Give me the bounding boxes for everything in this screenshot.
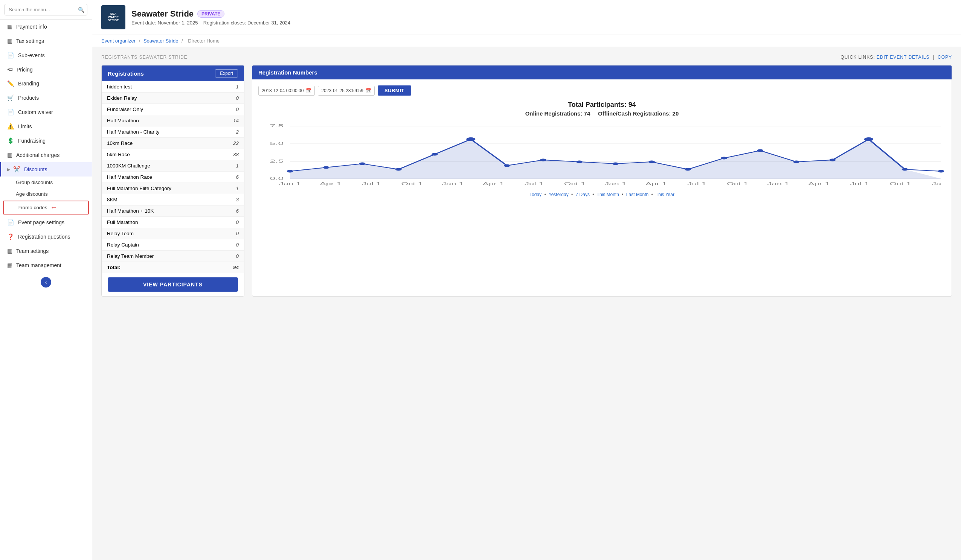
submit-button[interactable]: SUBMIT <box>378 85 411 96</box>
calendar-to-icon[interactable]: 📅 <box>366 88 371 93</box>
sidebar-label-custom-waiver: Custom waiver <box>18 109 53 115</box>
edit-event-details-link[interactable]: Edit Event Details <box>877 55 930 60</box>
online-label: Online Registrations: <box>525 110 583 117</box>
breadcrumb-director-home: Director Home <box>188 38 220 44</box>
sidebar-sub-promo-codes[interactable]: Promo codes ← <box>3 201 89 215</box>
sidebar-sub-age-discounts[interactable]: Age discounts <box>0 188 92 200</box>
svg-text:Jul 1: Jul 1 <box>687 182 706 186</box>
reg-name: Full Marathon Elite Category <box>102 183 219 194</box>
online-value: 74 <box>584 110 590 117</box>
reg-count: 22 <box>219 138 244 149</box>
sidebar-label-pricing: Pricing <box>16 67 33 73</box>
filter-yesterday[interactable]: Yesterday <box>549 192 569 197</box>
reg-name: 8KM <box>102 194 219 205</box>
date-to-input[interactable]: 2023-01-25 23:59:59 📅 <box>318 86 374 96</box>
svg-point-16 <box>540 159 546 162</box>
main-content: SEAWATERSTRIDE Seawater Stride PRIVATE E… <box>92 0 961 560</box>
sidebar-item-registration-questions[interactable]: ❓ Registration questions <box>0 229 92 244</box>
breadcrumb-sep1: / <box>139 38 141 44</box>
sidebar-item-limits[interactable]: ⚠️ Limits <box>0 119 92 133</box>
additional-charges-icon: ▦ <box>7 152 13 159</box>
calendar-from-icon[interactable]: 📅 <box>306 88 312 93</box>
sidebar-item-pricing[interactable]: 🏷 Pricing <box>0 63 92 76</box>
sidebar-sub-group-discounts[interactable]: Group discounts <box>0 177 92 188</box>
breadcrumb-event-organizer[interactable]: Event organizer <box>101 38 135 44</box>
reg-name: Half Marathon <box>102 115 219 127</box>
sub-events-icon: 📄 <box>7 52 14 59</box>
promo-codes-label: Promo codes <box>17 205 47 210</box>
export-button[interactable]: Export <box>215 69 238 77</box>
sidebar-label-branding: Branding <box>18 80 39 87</box>
svg-text:5.0: 5.0 <box>270 141 284 146</box>
sidebar-item-team-management[interactable]: ▦ Team management <box>0 258 92 274</box>
sidebar-collapse-button[interactable]: ‹ <box>41 277 51 287</box>
filter-this-year[interactable]: This Year <box>656 192 675 197</box>
svg-text:Oct 1: Oct 1 <box>402 182 423 186</box>
reg-name: Relay Captain <box>102 239 219 250</box>
waiver-icon: 📄 <box>7 109 14 116</box>
sidebar-item-tax-settings[interactable]: ▦ Tax settings <box>0 34 92 48</box>
svg-text:Apr 1: Apr 1 <box>646 182 667 186</box>
filter-7days[interactable]: 7 Days <box>576 192 590 197</box>
reg-name: Half Marathon - Charity <box>102 127 219 138</box>
breadcrumb-seawater-stride[interactable]: Seawater Stride <box>143 38 178 44</box>
table-row: 8KM3 <box>102 194 244 205</box>
sidebar-item-custom-waiver[interactable]: 📄 Custom waiver <box>0 105 92 119</box>
event-name: Seawater Stride <box>132 9 194 19</box>
two-col-layout: Registrations Export hidden test1Ekiden … <box>101 65 952 297</box>
filter-last-month[interactable]: Last Month <box>626 192 648 197</box>
sidebar-item-sub-events[interactable]: 📄 Sub-events <box>0 48 92 63</box>
sidebar-label-additional-charges: Additional charges <box>16 152 59 158</box>
registrations-table: hidden test1Ekiden Relay0Fundraiser Only… <box>102 81 244 273</box>
sidebar-item-team-settings[interactable]: ▦ Team settings <box>0 244 92 258</box>
registration-numbers-body: 2018-12-04 00:00:00 📅 2023-01-25 23:59:5… <box>252 79 951 203</box>
chart-svg: 7.5 5.0 2.5 0.0 <box>258 120 946 188</box>
date-controls: 2018-12-04 00:00:00 📅 2023-01-25 23:59:5… <box>258 85 946 96</box>
svg-point-17 <box>576 161 583 163</box>
total-participants: Total Participants: 94 <box>258 101 946 109</box>
search-box[interactable]: 🔍 <box>0 0 92 19</box>
reg-count: 0 <box>219 93 244 104</box>
registration-numbers-header: Registration Numbers <box>252 66 951 79</box>
section-label: REGISTRANTS SEAWATER STRIDE QUICK LINKS:… <box>101 55 952 60</box>
payment-icon: ▦ <box>7 23 13 30</box>
filter-today[interactable]: Today <box>529 192 542 197</box>
tax-icon: ▦ <box>7 38 13 44</box>
sidebar-item-additional-charges[interactable]: ▦ Additional charges <box>0 148 92 162</box>
svg-text:Jan 1: Jan 1 <box>767 182 789 186</box>
svg-text:Jul 1: Jul 1 <box>362 182 381 186</box>
reg-count: 0 <box>219 104 244 115</box>
table-row: Fundraiser Only0 <box>102 104 244 115</box>
sidebar-item-payment-info[interactable]: ▦ Payment info <box>0 19 92 34</box>
filter-this-month[interactable]: This Month <box>597 192 619 197</box>
team-management-icon: ▦ <box>7 262 13 269</box>
reg-count: 1 <box>219 183 244 194</box>
search-input[interactable] <box>5 4 87 15</box>
sidebar-item-discounts[interactable]: ▶ ✂️ Discounts <box>0 162 92 177</box>
sep3: • <box>592 192 594 197</box>
event-meta: Event date: November 1, 2025 Registratio… <box>132 20 290 26</box>
copy-link[interactable]: Copy <box>938 55 952 60</box>
registrations-header-label: Registrations <box>108 71 144 77</box>
chart-container: 7.5 5.0 2.5 0.0 <box>258 120 946 188</box>
event-page-icon: 📄 <box>7 219 14 226</box>
event-date-label: Event date: <box>132 20 156 26</box>
discounts-icon: ✂️ <box>13 166 20 173</box>
reg-name: Total: <box>102 262 219 273</box>
sidebar-item-event-page-settings[interactable]: 📄 Event page settings <box>0 215 92 229</box>
reg-count: 6 <box>219 205 244 217</box>
table-row: 10km Race22 <box>102 138 244 149</box>
breadcrumb-sep2: / <box>182 38 184 44</box>
svg-point-11 <box>359 162 366 165</box>
reg-count: 2 <box>219 127 244 138</box>
sidebar-item-branding[interactable]: ✏️ Branding <box>0 76 92 91</box>
sidebar-item-fundraising[interactable]: 💲 Fundraising <box>0 133 92 148</box>
sidebar-item-products[interactable]: 🛒 Products <box>0 91 92 105</box>
event-logo: SEAWATERSTRIDE <box>101 5 125 29</box>
sidebar-label-tax-settings: Tax settings <box>16 38 44 44</box>
date-from-input[interactable]: 2018-12-04 00:00:00 📅 <box>258 86 315 96</box>
view-participants-button[interactable]: VIEW PARTICIPANTS <box>108 278 238 292</box>
reg-count: 14 <box>219 115 244 127</box>
reg-closes: December 31, 2024 <box>247 20 290 26</box>
svg-point-22 <box>757 149 763 152</box>
